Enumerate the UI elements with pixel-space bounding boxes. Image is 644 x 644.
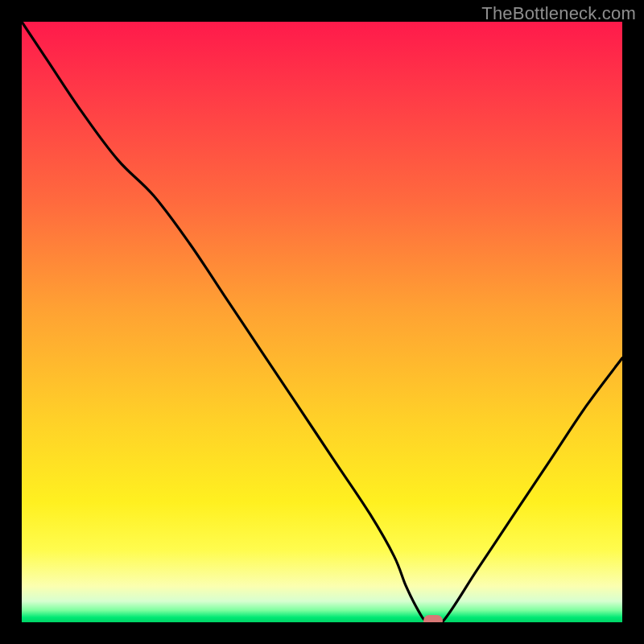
bottleneck-curve — [22, 22, 622, 622]
chart-frame: TheBottleneck.com — [0, 0, 644, 644]
watermark-text: TheBottleneck.com — [481, 3, 636, 24]
optimal-marker — [423, 615, 443, 622]
plot-area — [22, 22, 622, 622]
